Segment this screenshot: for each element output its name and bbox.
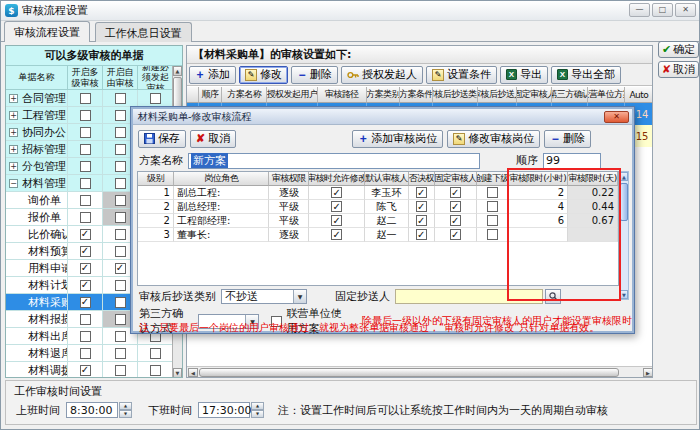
checkbox[interactable] bbox=[450, 187, 461, 198]
checkbox[interactable] bbox=[331, 229, 342, 240]
toolbar-button-导出[interactable]: X导出 bbox=[500, 66, 548, 84]
spin-up-icon[interactable]: ▲ bbox=[119, 402, 132, 410]
checkbox[interactable] bbox=[115, 314, 126, 325]
checkbox[interactable] bbox=[80, 246, 91, 257]
checkbox[interactable] bbox=[115, 263, 126, 274]
checkbox[interactable] bbox=[450, 215, 461, 226]
cc-type-select[interactable]: 不抄送 ▼ bbox=[221, 289, 307, 304]
checkbox[interactable] bbox=[150, 365, 161, 376]
checkbox[interactable] bbox=[80, 297, 91, 308]
checkbox[interactable] bbox=[80, 144, 91, 155]
checkbox[interactable] bbox=[115, 178, 126, 189]
checkbox[interactable] bbox=[80, 331, 91, 342]
checkbox[interactable] bbox=[331, 201, 342, 212]
checkbox[interactable] bbox=[80, 212, 91, 223]
checkbox[interactable] bbox=[80, 229, 91, 240]
start-time-stepper[interactable]: ▲▼ bbox=[119, 402, 132, 418]
checkbox[interactable] bbox=[487, 215, 498, 226]
checkbox[interactable] bbox=[115, 212, 126, 223]
checkbox[interactable] bbox=[150, 348, 161, 359]
dialog-button-取消[interactable]: ✘取消 bbox=[190, 130, 236, 148]
checkbox[interactable] bbox=[115, 246, 126, 257]
end-time-input[interactable]: 17:30:00 bbox=[198, 402, 250, 418]
tab-rest-days[interactable]: 工作休息日设置 bbox=[95, 22, 192, 42]
expand-icon[interactable]: − bbox=[9, 179, 18, 188]
checkbox[interactable] bbox=[80, 280, 91, 291]
checkbox[interactable] bbox=[80, 178, 91, 189]
end-time-stepper[interactable]: ▲▼ bbox=[251, 402, 264, 418]
toolbar-button-修改[interactable]: ✎修改 bbox=[239, 66, 288, 84]
checkbox[interactable] bbox=[450, 229, 461, 240]
expand-icon[interactable]: + bbox=[9, 128, 18, 137]
toolbar-button-删除[interactable]: −删除 bbox=[291, 66, 338, 84]
dialog-vertical-scrollbar[interactable]: ▲ ▼ bbox=[619, 171, 629, 300]
cancel-button[interactable]: ✘ 取消 bbox=[658, 61, 699, 78]
scroll-up-icon[interactable]: ▲ bbox=[620, 172, 628, 181]
start-time-input[interactable]: 8:30:00 bbox=[66, 402, 118, 418]
checkbox[interactable] bbox=[115, 110, 126, 121]
checkbox[interactable] bbox=[80, 161, 91, 172]
expand-icon[interactable]: + bbox=[9, 145, 18, 154]
spin-down-icon[interactable]: ▼ bbox=[251, 410, 264, 418]
position-row[interactable]: 2副总经理:平级陈飞40.44 bbox=[138, 200, 618, 214]
checkbox[interactable] bbox=[115, 280, 126, 291]
scroll-thumb[interactable] bbox=[620, 183, 628, 221]
horizontal-scrollbar[interactable]: ◀ ▶ bbox=[187, 366, 653, 377]
scroll-right-icon[interactable]: ▶ bbox=[643, 368, 653, 377]
scroll-up-icon[interactable]: ▲ bbox=[173, 66, 182, 76]
expand-icon[interactable]: + bbox=[9, 111, 18, 120]
checkbox[interactable] bbox=[80, 195, 91, 206]
tab-audit-flow[interactable]: 审核流程设置 bbox=[4, 21, 90, 42]
checkbox[interactable] bbox=[416, 187, 427, 198]
toolbar-button-授权发起人[interactable]: 授权发起人 bbox=[341, 66, 423, 84]
checkbox[interactable] bbox=[115, 331, 126, 342]
position-row[interactable]: 2工程部经理:平级赵二60.67 bbox=[138, 214, 618, 228]
checkbox[interactable] bbox=[80, 110, 91, 121]
dialog-button-删除[interactable]: −删除 bbox=[544, 130, 591, 148]
checkbox[interactable] bbox=[80, 365, 91, 376]
tree-row[interactable]: +合同管理 bbox=[6, 90, 174, 107]
toolbar-button-导出全部[interactable]: X导出全部 bbox=[551, 66, 621, 84]
dialog-button-修改审核岗位[interactable]: ✎修改审核岗位 bbox=[447, 130, 540, 148]
scroll-down-icon[interactable]: ▼ bbox=[173, 368, 182, 378]
toolbar-button-添加[interactable]: +添加 bbox=[189, 66, 236, 84]
expand-icon[interactable]: + bbox=[9, 162, 18, 171]
checkbox[interactable] bbox=[331, 187, 342, 198]
checkbox[interactable] bbox=[150, 93, 161, 104]
checkbox[interactable] bbox=[115, 144, 126, 155]
checkbox[interactable] bbox=[487, 201, 498, 212]
fixed-cc-input[interactable] bbox=[395, 289, 543, 304]
checkbox[interactable] bbox=[115, 161, 126, 172]
close-icon[interactable]: ✕ bbox=[675, 3, 696, 17]
position-row[interactable]: 3董事长:逐级赵一 bbox=[138, 228, 618, 242]
chevron-down-icon[interactable]: ▼ bbox=[293, 290, 306, 303]
position-row[interactable]: 1副总工程:逐级李玉环20.22 bbox=[138, 186, 618, 200]
checkbox[interactable] bbox=[416, 215, 427, 226]
checkbox[interactable] bbox=[80, 93, 91, 104]
tree-row[interactable]: 材料退库单 bbox=[6, 345, 174, 362]
checkbox[interactable] bbox=[80, 348, 91, 359]
scheme-name-input[interactable]: 新方案 bbox=[188, 153, 480, 169]
expand-icon[interactable]: + bbox=[9, 94, 18, 103]
checkbox[interactable] bbox=[331, 215, 342, 226]
checkbox[interactable] bbox=[450, 201, 461, 212]
dialog-button-保存[interactable]: 保存 bbox=[138, 130, 186, 148]
checkbox[interactable] bbox=[80, 127, 91, 138]
scroll-left-icon[interactable]: ◀ bbox=[188, 368, 198, 377]
tree-row[interactable]: 材料调拨单 bbox=[6, 362, 174, 378]
dialog-close-icon[interactable]: ✕ bbox=[604, 111, 629, 123]
checkbox[interactable] bbox=[80, 314, 91, 325]
checkbox[interactable] bbox=[80, 263, 91, 274]
checkbox[interactable] bbox=[115, 229, 126, 240]
dialog-button-添加审核岗位[interactable]: +添加审核岗位 bbox=[352, 130, 443, 148]
checkbox[interactable] bbox=[487, 187, 498, 198]
checkbox[interactable] bbox=[115, 348, 126, 359]
scroll-thumb[interactable] bbox=[199, 368, 619, 377]
checkbox[interactable] bbox=[115, 195, 126, 206]
maximize-icon[interactable]: □ bbox=[652, 3, 673, 17]
order-input[interactable]: 99 bbox=[543, 153, 601, 169]
checkbox[interactable] bbox=[115, 93, 126, 104]
checkbox[interactable] bbox=[487, 229, 498, 240]
scroll-down-icon[interactable]: ▼ bbox=[620, 290, 628, 299]
checkbox[interactable] bbox=[115, 127, 126, 138]
